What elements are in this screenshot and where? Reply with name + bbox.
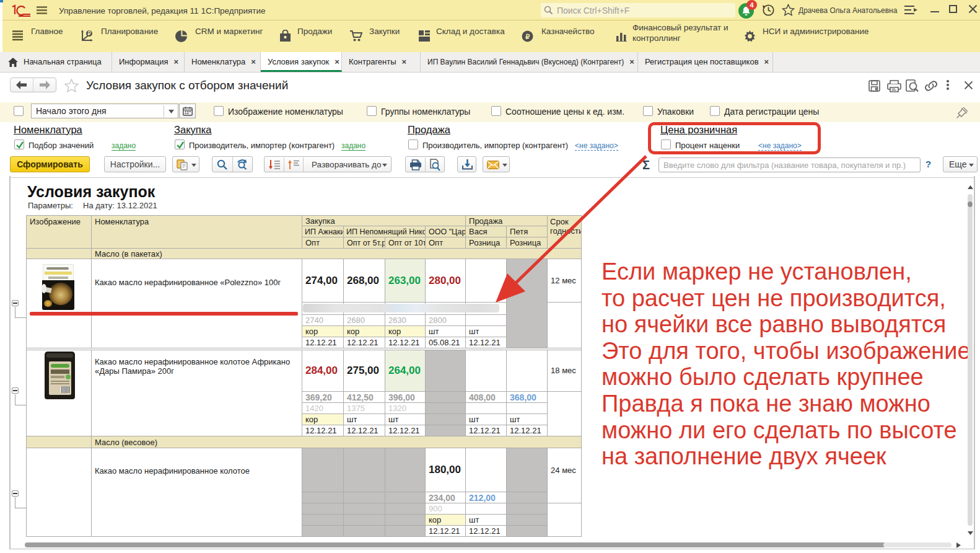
svg-text:₽: ₽ — [87, 30, 90, 37]
svg-text:₽: ₽ — [525, 33, 530, 40]
